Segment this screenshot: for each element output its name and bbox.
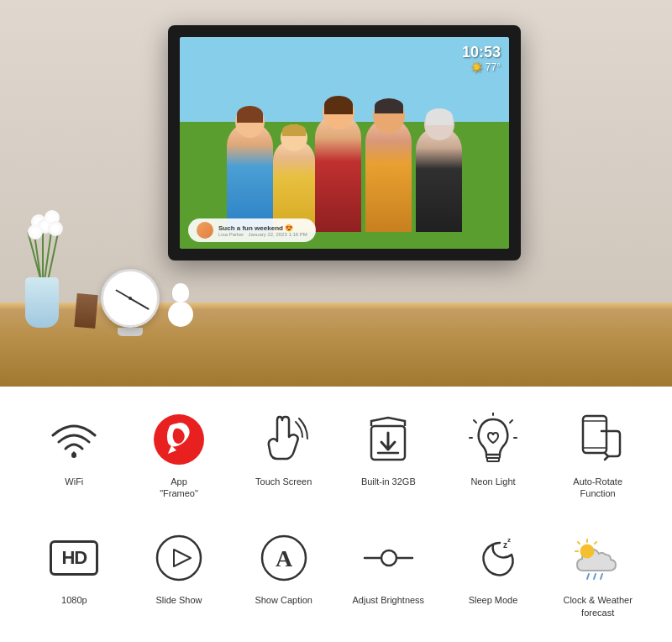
neon-icon-box [464,410,522,469]
svg-line-7 [474,420,476,423]
flower [28,224,43,239]
caption-text: Such a fun weekend 😍 Lisa Parker January… [218,224,307,237]
flower-stems [29,214,55,282]
family-photo [180,37,509,249]
wifi-icon-box [45,410,103,469]
caption-icon-box: A [255,529,313,587]
clock-weather-label: Clock & Weatherforecast [563,594,632,618]
svg-line-28 [594,574,596,579]
svg-text:A: A [276,545,293,571]
figurine-body [168,302,193,327]
svg-rect-5 [487,458,499,461]
svg-line-29 [601,574,602,579]
feature-app-frameo: App"Frameo" [130,403,228,522]
feature-wifi: WiFi [25,403,123,522]
clock-time: 10:53 [462,44,501,61]
feature-neon-light: Neon Light [444,403,543,522]
minute-hand [130,297,150,309]
sleep-mode-icon: z z [468,533,518,583]
neon-light-label: Neon Light [470,476,515,487]
touch-screen-label: Touch Screen [255,476,312,487]
frameo-icon [153,413,205,466]
clock-base [118,328,143,336]
feature-touch-screen: Touch Screen [234,403,333,522]
svg-line-27 [587,574,589,579]
stem [42,227,44,282]
sleep-mode-label: Sleep Mode [469,594,518,606]
hd-icon-box: HD [45,529,103,587]
shelf-book [74,293,97,329]
caption-main-text: Such a fun weekend 😍 [218,224,307,232]
features-row-2: HD 1080p Slide Show A Show Caption [25,522,647,634]
temperature: ☀️ 77° [462,61,501,73]
rotate-icon-box [569,410,627,469]
feature-brightness: Adjust Brightness [339,522,438,625]
wifi-label: WiFi [65,476,83,487]
touch-screen-icon [259,413,309,466]
sleep-icon-box: z z [464,529,522,587]
touch-icon-box [255,410,313,469]
svg-point-0 [71,453,76,458]
brightness-label: Adjust Brightness [353,594,425,606]
svg-point-22 [580,545,594,558]
digital-frame: 10:53 ☀️ 77° Such a fun weekend 😍 Lisa P… [168,25,521,260]
slideshow-icon [154,533,204,583]
features-section: WiFi App"Frameo" [0,387,672,642]
svg-line-25 [578,542,580,544]
features-row-1: WiFi App"Frameo" [25,403,647,522]
storage-icon-box [359,410,417,469]
feature-clock-weather: Clock & Weatherforecast [549,522,647,625]
svg-marker-15 [174,550,191,566]
slideshow-label: Slide Show [155,594,202,606]
neon-light-icon [468,413,518,467]
people-group [218,97,470,232]
hd-label: 1080p [61,594,87,606]
svg-line-26 [595,542,596,544]
storage-icon [363,414,413,465]
brightness-icon-box [359,529,417,587]
auto-rotate-icon [573,413,623,467]
flower [48,221,63,236]
auto-rotate-label: Auto-RotateFunction [573,476,622,500]
svg-text:z: z [507,536,511,544]
clock-face [101,269,160,328]
svg-point-14 [157,536,201,580]
figurine-head [172,283,189,302]
clock-weather-icon [570,533,625,583]
vase-decoration [25,210,59,328]
feature-sleep-mode: z z Sleep Mode [444,522,543,625]
caption-overlay: Such a fun weekend 😍 Lisa Parker January… [188,218,316,242]
caption-label: Show Caption [255,594,312,606]
feature-storage: Built-in 32GB [339,403,438,522]
caption-author: Lisa Parker January 22, 2023 1:16 PM [218,232,307,237]
figurine-decoration [164,287,197,329]
svg-point-19 [381,550,396,566]
feature-slideshow: Slide Show [130,522,228,625]
frame-outer: 10:53 ☀️ 77° Such a fun weekend 😍 Lisa P… [168,25,521,260]
show-caption-icon: A [259,533,309,583]
frameo-icon-box [150,410,208,469]
slideshow-icon-box [150,529,208,587]
storage-label: Built-in 32GB [361,476,416,487]
brightness-icon [361,545,416,571]
feature-show-caption: A Show Caption [234,522,333,625]
svg-line-8 [510,420,512,423]
weather-icon-box [569,529,627,587]
feature-auto-rotate: Auto-RotateFunction [549,403,647,522]
frameo-label: App"Frameo" [160,476,198,500]
wifi-icon [49,417,99,463]
vase [25,277,59,328]
time-display: 10:53 ☀️ 77° [462,44,501,73]
frame-screen: 10:53 ☀️ 77° Such a fun weekend 😍 Lisa P… [180,37,509,249]
clock-decoration [101,269,160,336]
feature-hd: HD 1080p [25,522,123,625]
hero-section: 10:53 ☀️ 77° Such a fun weekend 😍 Lisa P… [0,0,672,387]
clock-center [129,297,132,300]
weather-icon: ☀️ [470,61,483,73]
hd-badge: HD [50,540,98,576]
caption-avatar [197,222,213,239]
